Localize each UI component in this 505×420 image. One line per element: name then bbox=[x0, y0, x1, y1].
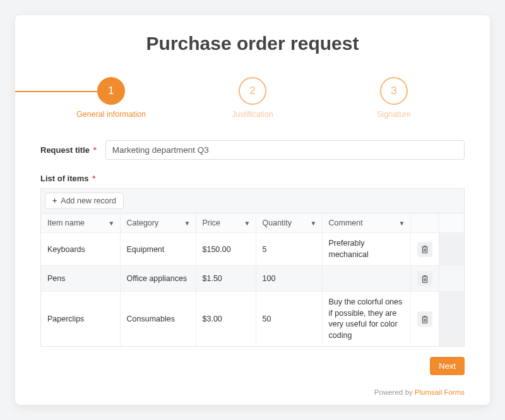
cell-price[interactable]: $1.50 bbox=[196, 266, 256, 292]
footer-credit: Powered by Plumsail Forms bbox=[374, 388, 465, 396]
col-comment[interactable]: Comment▼ bbox=[322, 213, 410, 233]
table-toolbar: + Add new record bbox=[41, 189, 464, 213]
trash-icon bbox=[421, 275, 429, 283]
scroll-stub bbox=[439, 266, 464, 292]
table-row[interactable]: Pens Office appliances $1.50 100 bbox=[41, 266, 464, 292]
delete-row-button[interactable] bbox=[417, 242, 432, 257]
filter-icon[interactable]: ▼ bbox=[109, 220, 115, 227]
filter-icon[interactable]: ▼ bbox=[184, 220, 191, 227]
step-number: 2 bbox=[239, 77, 266, 105]
step-label: Signature bbox=[377, 110, 411, 119]
request-title-row: Request title * bbox=[40, 140, 465, 160]
request-title-input[interactable] bbox=[105, 140, 465, 160]
items-grid: Item name▼ Category▼ Price▼ Quantity▼ Co… bbox=[41, 213, 464, 346]
cell-actions bbox=[410, 233, 439, 266]
cell-quantity[interactable]: 5 bbox=[256, 233, 322, 266]
filter-icon[interactable]: ▼ bbox=[244, 220, 251, 227]
cell-price[interactable]: $150.00 bbox=[196, 233, 256, 266]
step-number: 3 bbox=[380, 77, 408, 105]
page-title: Purchase order request bbox=[40, 33, 465, 54]
cell-comment[interactable]: Buy the colorful ones if possible, they … bbox=[322, 292, 410, 347]
trash-icon bbox=[421, 315, 429, 323]
cell-actions bbox=[410, 266, 439, 292]
add-record-label: Add new record bbox=[61, 196, 116, 205]
col-category[interactable]: Category▼ bbox=[120, 213, 196, 233]
cell-category[interactable]: Office appliances bbox=[120, 266, 196, 292]
plus-icon: + bbox=[52, 196, 57, 205]
table-row[interactable]: Keyboards Equipment $150.00 5 Preferably… bbox=[41, 233, 464, 266]
col-price[interactable]: Price▼ bbox=[196, 213, 256, 233]
form-card: Purchase order request 1 General informa… bbox=[15, 15, 490, 405]
header-row: Item name▼ Category▼ Price▼ Quantity▼ Co… bbox=[41, 213, 464, 233]
scroll-stub bbox=[439, 213, 464, 233]
filter-icon[interactable]: ▼ bbox=[311, 220, 317, 227]
cell-comment[interactable] bbox=[322, 266, 410, 292]
request-title-label: Request title * bbox=[40, 145, 97, 155]
step-general-information[interactable]: 1 General information bbox=[40, 77, 182, 119]
stepper: 1 General information 2 Justification 3 … bbox=[40, 77, 465, 119]
delete-row-button[interactable] bbox=[417, 311, 432, 327]
cell-item[interactable]: Keyboards bbox=[41, 233, 120, 266]
step-signature[interactable]: 3 Signature bbox=[323, 77, 465, 119]
cell-category[interactable]: Consumables bbox=[120, 292, 196, 347]
table-row[interactable]: Paperclips Consumables $3.00 50 Buy the … bbox=[41, 292, 464, 347]
trash-icon bbox=[421, 245, 429, 253]
cell-category[interactable]: Equipment bbox=[120, 233, 196, 266]
cell-item[interactable]: Pens bbox=[41, 266, 120, 292]
cell-comment[interactable]: Preferably mechanical bbox=[322, 233, 410, 266]
col-actions bbox=[410, 213, 439, 233]
items-table: + Add new record Item name▼ Category▼ Pr… bbox=[40, 188, 465, 347]
step-number: 1 bbox=[97, 77, 125, 105]
col-quantity[interactable]: Quantity▼ bbox=[256, 213, 322, 233]
add-record-button[interactable]: + Add new record bbox=[45, 193, 124, 209]
col-item-name[interactable]: Item name▼ bbox=[41, 213, 120, 233]
plumsail-link[interactable]: Plumsail Forms bbox=[415, 388, 465, 396]
cell-quantity[interactable]: 100 bbox=[256, 266, 322, 292]
scroll-stub bbox=[439, 292, 464, 347]
step-label: General information bbox=[76, 110, 146, 119]
cell-actions bbox=[410, 292, 439, 347]
list-of-items-label: List of items * bbox=[40, 174, 465, 183]
delete-row-button[interactable] bbox=[417, 271, 432, 286]
cell-price[interactable]: $3.00 bbox=[196, 292, 256, 347]
cell-item[interactable]: Paperclips bbox=[41, 292, 120, 347]
filter-icon[interactable]: ▼ bbox=[399, 220, 405, 227]
scroll-stub bbox=[439, 233, 464, 266]
step-label: Justification bbox=[232, 110, 273, 119]
form-actions: Next bbox=[40, 357, 465, 375]
step-justification[interactable]: 2 Justification bbox=[182, 77, 323, 119]
next-button[interactable]: Next bbox=[430, 357, 465, 375]
cell-quantity[interactable]: 50 bbox=[256, 292, 322, 347]
